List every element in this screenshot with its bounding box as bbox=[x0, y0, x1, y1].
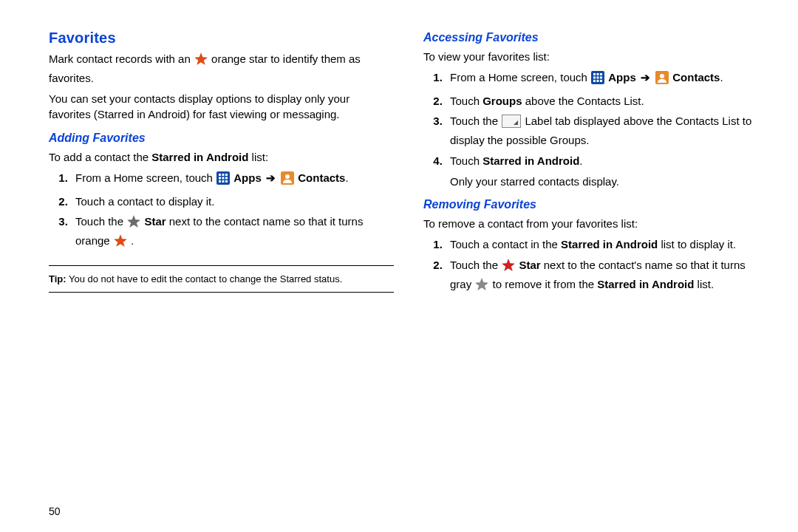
star-label: Star bbox=[519, 259, 540, 271]
step-3: Touch the Star next to the contact name … bbox=[71, 214, 394, 252]
arrow-icon: ➔ bbox=[639, 71, 652, 83]
star-label: Star bbox=[144, 215, 166, 228]
tip-label: Tip: bbox=[49, 273, 66, 284]
svg-rect-3 bbox=[222, 174, 225, 176]
contacts-label: Contacts bbox=[298, 171, 345, 184]
star-red-icon bbox=[502, 259, 515, 276]
step-2: Touch the Star next to the contact's nam… bbox=[446, 257, 768, 296]
step-1: From a Home screen, touch Apps ➔ bbox=[71, 170, 394, 189]
star-orange-icon bbox=[114, 234, 127, 252]
apps-label: Apps bbox=[608, 71, 636, 83]
step-1: From a Home screen, touch Apps ➔ bbox=[446, 69, 768, 89]
text: . bbox=[345, 171, 348, 184]
contacts-label: Contacts bbox=[672, 71, 720, 83]
svg-rect-15 bbox=[597, 73, 599, 75]
svg-rect-9 bbox=[222, 180, 225, 183]
tip-box: Tip: You do not have to edit the contact… bbox=[49, 265, 394, 293]
text: From a Home screen, touch bbox=[75, 171, 216, 184]
step-4: Touch Starred in Android. Only your star… bbox=[446, 153, 768, 190]
apps-grid-icon bbox=[216, 171, 230, 189]
text: . bbox=[579, 154, 582, 167]
tip-text: You do not have to edit the contact to c… bbox=[66, 273, 343, 284]
label-tab-icon bbox=[502, 115, 521, 132]
page-number: 50 bbox=[49, 505, 61, 517]
para-intro-1: Mark contact records with an orange star… bbox=[49, 51, 394, 86]
heading-accessing-favorites: Accessing Favorites bbox=[423, 31, 768, 44]
svg-rect-20 bbox=[593, 80, 596, 82]
apps-label: Apps bbox=[233, 171, 262, 184]
text: list: bbox=[248, 151, 268, 163]
starred-label: Starred in Android bbox=[561, 238, 658, 250]
text: Touch a contact in the bbox=[450, 238, 561, 250]
text: . bbox=[131, 234, 134, 247]
svg-rect-17 bbox=[593, 76, 596, 78]
svg-rect-10 bbox=[225, 180, 228, 183]
left-column: Favorites Mark contact records with an o… bbox=[49, 30, 394, 306]
heading-adding-favorites: Adding Favorites bbox=[49, 132, 394, 145]
starred-label: Starred in Android bbox=[597, 278, 694, 290]
heading-favorites: Favorites bbox=[49, 30, 394, 47]
svg-rect-22 bbox=[600, 80, 602, 82]
svg-rect-21 bbox=[597, 80, 599, 82]
text: above the Contacts List. bbox=[522, 95, 644, 107]
step-2: Touch a contact to display it. bbox=[71, 194, 394, 210]
adding-intro: To add a contact the Starred in Android … bbox=[49, 149, 394, 166]
step-2: Touch Groups above the Contacts List. bbox=[446, 93, 768, 109]
svg-rect-18 bbox=[597, 76, 599, 78]
document-page: Favorites Mark contact records with an o… bbox=[0, 0, 798, 321]
svg-rect-2 bbox=[219, 174, 221, 176]
svg-rect-14 bbox=[593, 73, 596, 75]
arrow-icon: ➔ bbox=[265, 171, 277, 184]
svg-rect-8 bbox=[219, 180, 221, 183]
right-column: Accessing Favorites To view your favorit… bbox=[423, 30, 768, 306]
text: list. bbox=[694, 278, 714, 290]
text: Touch bbox=[450, 95, 482, 107]
star-orange-icon bbox=[194, 52, 208, 70]
heading-removing-favorites: Removing Favorites bbox=[423, 198, 768, 211]
star-gray-icon bbox=[475, 278, 488, 296]
contacts-icon bbox=[655, 71, 669, 89]
adding-steps-list: From a Home screen, touch Apps ➔ bbox=[49, 170, 394, 252]
step-1: Touch a contact in the Starred in Androi… bbox=[446, 236, 768, 253]
svg-point-24 bbox=[660, 74, 664, 78]
text: Touch the bbox=[450, 115, 501, 127]
groups-label: Groups bbox=[482, 95, 522, 107]
text: Touch bbox=[450, 154, 482, 167]
removing-intro: To remove a contact from your favorites … bbox=[423, 216, 768, 232]
para-intro-2: You can set your contacts display option… bbox=[49, 91, 394, 123]
svg-rect-4 bbox=[225, 174, 228, 176]
svg-point-12 bbox=[285, 174, 290, 179]
removing-steps-list: Touch a contact in the Starred in Androi… bbox=[423, 236, 768, 295]
step-4-note: Only your starred contacts display. bbox=[450, 174, 768, 190]
accessing-intro: To view your favorites list: bbox=[423, 49, 768, 65]
star-gray-icon bbox=[127, 215, 140, 233]
svg-rect-5 bbox=[219, 177, 221, 179]
svg-rect-16 bbox=[600, 73, 602, 75]
svg-rect-7 bbox=[225, 177, 228, 179]
text: Touch the bbox=[450, 259, 501, 271]
starred-label: Starred in Android bbox=[482, 154, 579, 167]
text: . bbox=[720, 71, 723, 83]
svg-rect-6 bbox=[222, 177, 225, 179]
contacts-icon bbox=[281, 171, 294, 189]
apps-grid-icon bbox=[591, 71, 604, 89]
text: to remove it from the bbox=[493, 278, 598, 290]
step-3: Touch the Label tab displayed above the … bbox=[446, 113, 768, 149]
svg-rect-19 bbox=[600, 76, 602, 78]
accessing-steps-list: From a Home screen, touch Apps ➔ bbox=[423, 69, 768, 190]
text: To add a contact the bbox=[49, 151, 151, 163]
text: From a Home screen, touch bbox=[450, 71, 590, 83]
text: Mark contact records with an bbox=[49, 52, 194, 65]
text: Touch the bbox=[75, 215, 126, 228]
text: list to display it. bbox=[658, 238, 736, 250]
text-bold: Starred in Android bbox=[151, 151, 248, 163]
